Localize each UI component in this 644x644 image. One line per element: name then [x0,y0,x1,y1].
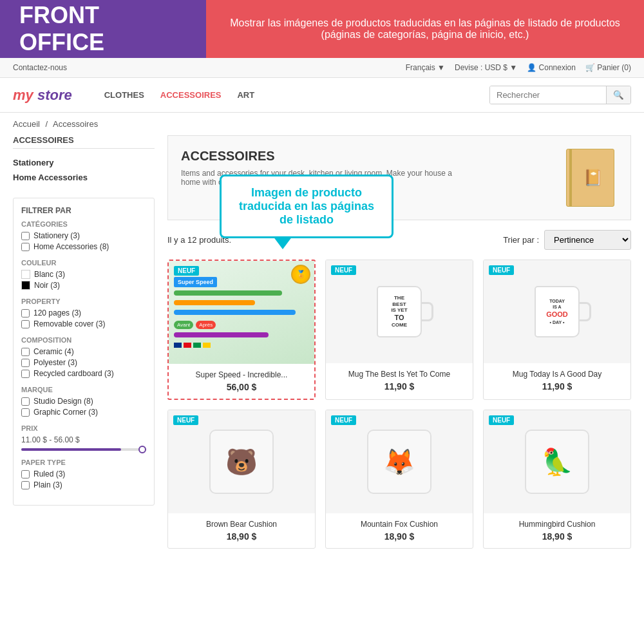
contact-link[interactable]: Contactez-nous [13,63,67,72]
search-input[interactable] [490,86,606,104]
product-price-fox: 18,90 $ [332,531,466,542]
mug-today-shape: TODAYIS AGOOD• DAY • [535,286,580,337]
filter-paper-type: Paper Type Ruled (3) Plain (3) [21,459,146,489]
filter-studio-design: Studio Design (8) [21,397,146,406]
currency-selector[interactable]: Devise : USD $ ▼ [455,63,517,72]
badge-new-bird: NEUF [489,415,514,425]
product-card-mug-best[interactable]: NEUF THEBESTIS YETTOCOME Mug The Best Is… [325,260,473,400]
product-card-bird[interactable]: NEUF 🦜 Hummingbird Cushion 18,90 $ [483,410,631,549]
checkbox-removable[interactable] [21,320,30,328]
navbar: my store CLOTHES ACCESSOIRES ART 🔍 [0,78,644,113]
filter-categories-title: Catégories [21,220,146,228]
notebook-image: 📔 [566,149,614,207]
product-card-fox[interactable]: NEUF 🦊 Mountain Fox Cushion 18,90 $ [325,410,473,549]
nav-menu: CLOTHES ACCESSOIRES ART [104,90,254,100]
cart-button[interactable]: 🛒 Panier (0) [585,63,631,72]
speed-btn-avant: Avant [174,321,193,329]
checkbox-plain[interactable] [21,481,30,489]
language-selector[interactable]: Français ▼ [406,63,445,72]
sidebar-item-home-accessories[interactable]: Home Accessories [13,170,155,185]
filter-removable-label: Removable cover (3) [33,319,105,328]
sidebar-categories-list: Stationery Home Accessories [13,155,155,185]
cushion-fox-shape: 🦊 [367,430,431,494]
products-grid: NEUF Super Speed Avant Après [167,260,631,549]
filter-graphic-corner: Graphic Corner (3) [21,408,146,417]
category-title: ACCESSOIRES [181,149,566,164]
checkbox-ceramic[interactable] [21,348,30,356]
filter-recycled: Recycled cardboard (3) [21,369,146,378]
filter-paper-type-title: Paper Type [21,459,146,466]
filter-removable: Removable cover (3) [21,319,146,328]
sort-select[interactable]: Pertinence Prix croissant Prix décroissa… [544,230,631,250]
filter-composition-title: Composition [21,336,146,344]
product-card-speed[interactable]: NEUF Super Speed Avant Après [167,260,316,400]
filter-marque-title: Marque [21,386,146,393]
range-slider[interactable] [21,448,146,451]
checkbox-recycled[interactable] [21,370,30,378]
notebook-spine [569,149,572,206]
product-info-speed: Super Speed - Incredible... 56,00 $ [169,364,314,399]
checkbox-graphic-corner[interactable] [21,408,30,417]
sort-label: Trier par : [503,235,539,245]
speed-flags [174,343,309,348]
sidebar: ACCESSOIRES Stationery Home Accessories … [13,135,155,549]
badge-new-mug-best: NEUF [331,265,356,275]
cushion-bear-icon: 🐻 [225,447,258,477]
filter-home-accessories-label: Home Accessories (8) [33,242,109,251]
filter-noir: Noir (3) [21,281,146,290]
mug-today-handle [580,302,591,321]
product-card-bear[interactable]: NEUF 🐻 Brown Bear Cushion 18,90 $ [167,410,316,549]
mug-today-wrapper: TODAYIS AGOOD• DAY • [535,286,580,337]
product-card-mug-today[interactable]: NEUF TODAYIS AGOOD• DAY • Mug Today Is A… [483,260,631,400]
range-handle[interactable] [138,446,146,453]
checkbox-stationery[interactable] [21,232,30,240]
mug-today-text: TODAYIS AGOOD• DAY • [546,298,568,325]
filter-ruled-label: Ruled (3) [33,469,65,478]
checkbox-home-accessories[interactable] [21,243,30,251]
product-info-bird: Hummingbird Cushion 18,90 $ [484,513,630,548]
sidebar-categories-title: ACCESSOIRES [13,135,155,149]
product-info-mug-best: Mug The Best Is Yet To Come 11,90 $ [326,363,473,398]
medal-badge: 🏅 [291,265,310,284]
checkbox-studio-design[interactable] [21,397,30,406]
filter-property: Property 120 pages (3) Removable cover (… [21,298,146,328]
filter-stationery-label: Stationery (3) [33,231,80,240]
tooltip-box: Imagen de producto traducida en las pági… [220,175,393,238]
search-bar: 🔍 [489,86,631,104]
filter-couleur-title: Couleur [21,259,146,267]
topbar: Contactez-nous Français ▼ Devise : USD $… [0,58,644,78]
badge-new-speed: NEUF [174,266,199,276]
breadcrumb: Accueil / Accessoires [0,113,644,135]
banner-right: Mostrar las imágenes de productos traduc… [206,0,644,58]
checkbox-ruled[interactable] [21,470,30,478]
filter-noir-label: Noir (3) [34,281,60,290]
breadcrumb-home[interactable]: Accueil [13,119,40,129]
search-button[interactable]: 🔍 [606,86,630,104]
nav-accessoires[interactable]: ACCESSOIRES [160,90,222,100]
filter-prix-title: Prix [21,424,146,432]
filter-ceramic: Ceramic (4) [21,347,146,356]
checkbox-polyester[interactable] [21,359,30,367]
checkbox-120pages[interactable] [21,309,30,317]
logo[interactable]: my store [13,87,72,104]
filter-marque: Marque Studio Design (8) Graphic Corner … [21,386,146,417]
filter-recycled-label: Recycled cardboard (3) [33,369,114,378]
login-link[interactable]: 👤 Connexion [527,63,576,72]
cushion-fox-icon: 🦊 [383,447,415,477]
sidebar-item-stationery[interactable]: Stationery [13,155,155,170]
product-name-mug-best: Mug The Best Is Yet To Come [332,370,466,379]
product-price-bear: 18,90 $ [175,531,308,542]
category-header: ACCESSOIRES Items and accessories for yo… [167,135,631,220]
nav-clothes[interactable]: CLOTHES [104,90,144,100]
filter-categories: Catégories Stationery (3) Home Accessori… [21,220,146,251]
product-price-mug-best: 11,90 $ [332,381,466,392]
nav-art[interactable]: ART [237,90,254,100]
color-swatch-white [21,270,30,279]
badge-new-bear: NEUF [173,415,198,425]
range-fill [21,448,121,451]
filter-120pages-label: 120 pages (3) [33,308,81,317]
product-name-mug-today: Mug Today Is A Good Day [490,370,624,379]
filter-studio-design-label: Studio Design (8) [33,397,93,406]
product-image-fox: 🦊 [326,410,473,513]
breadcrumb-current: Accessoires [53,119,98,129]
